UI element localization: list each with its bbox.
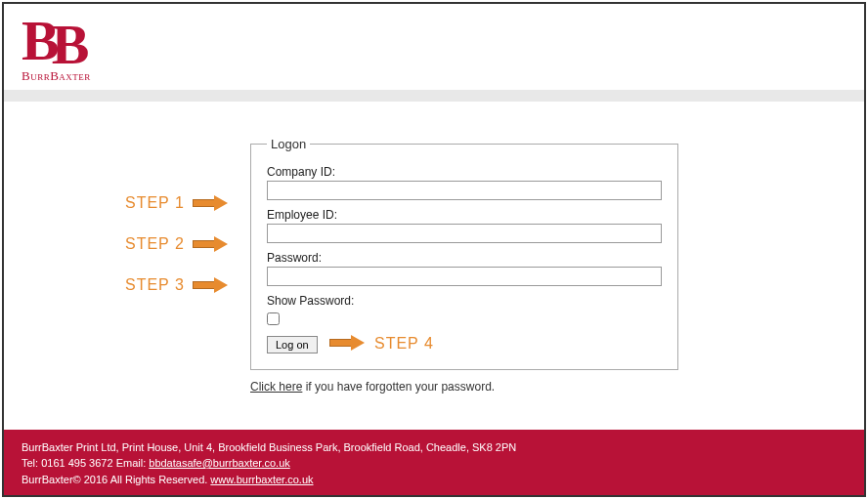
- divider-bar: [4, 90, 864, 102]
- arrow-right-icon: [193, 237, 228, 251]
- step-1-annotation: Step 1: [125, 194, 228, 212]
- logon-button[interactable]: Log on: [267, 336, 318, 353]
- footer-copyright-pre: BurrBaxter© 2016 All Rights Reserved.: [22, 474, 210, 485]
- employee-id-label: Employee ID:: [267, 208, 662, 222]
- step-4-arrow: [322, 336, 365, 353]
- logon-panel: Logon Company ID: Employee ID: Password:…: [250, 137, 678, 370]
- footer-email-link[interactable]: bbdatasafe@burrbaxter.co.uk: [149, 457, 289, 469]
- step-2-label: Step 2: [125, 235, 185, 253]
- footer-url-link[interactable]: www.burrbaxter.co.uk: [210, 474, 313, 485]
- forgot-password-link[interactable]: Click here: [250, 380, 302, 394]
- password-input[interactable]: [267, 267, 662, 286]
- content-area: Step 1 Step 2 Step 3 Logon Company ID: E…: [4, 102, 864, 394]
- show-password-checkbox[interactable]: [267, 312, 280, 325]
- footer: BurrBaxter Print Ltd, Print House, Unit …: [4, 430, 864, 496]
- arrow-right-icon: [193, 278, 228, 292]
- forgot-password-rest: if you have forgotten your password.: [302, 380, 495, 394]
- step-3-annotation: Step 3: [125, 276, 228, 294]
- header: BB BurrBaxter: [4, 4, 864, 90]
- company-id-input[interactable]: [267, 181, 662, 200]
- footer-address: BurrBaxter Print Ltd, Print House, Unit …: [22, 439, 846, 456]
- employee-id-input[interactable]: [267, 224, 662, 243]
- brand-name: BurrBaxter: [22, 68, 846, 84]
- arrow-right-icon: [329, 336, 365, 350]
- logo: BB BurrBaxter: [22, 16, 846, 84]
- step-3-label: Step 3: [125, 276, 185, 294]
- step-4-label: Step 4: [374, 335, 434, 353]
- password-label: Password:: [267, 251, 662, 265]
- show-password-label: Show Password:: [267, 294, 662, 308]
- forgot-password-text: Click here if you have forgotten your pa…: [250, 380, 678, 394]
- step-2-annotation: Step 2: [125, 235, 228, 253]
- logon-legend: Logon: [267, 137, 310, 151]
- footer-contact-pre: Tel: 0161 495 3672 Email:: [22, 457, 149, 469]
- step-1-label: Step 1: [125, 194, 185, 212]
- company-id-label: Company ID:: [267, 165, 662, 179]
- logo-icon: BB: [22, 16, 846, 66]
- arrow-right-icon: [193, 196, 228, 210]
